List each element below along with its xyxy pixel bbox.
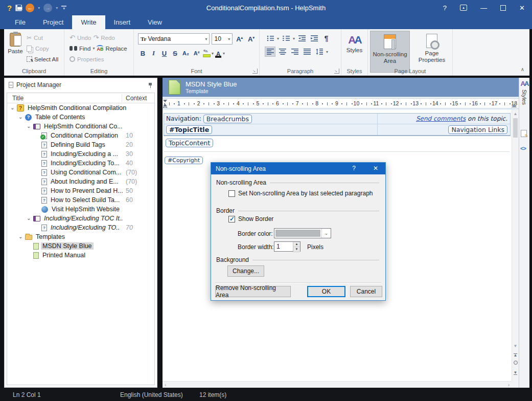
collapse-ribbon-icon[interactable]: ∧: [521, 66, 524, 72]
column-separator[interactable]: [122, 94, 122, 102]
show-border-checkbox-row[interactable]: Show Border: [228, 215, 273, 222]
tree-item[interactable]: ⌄HelpSmith Conditional Co...: [7, 122, 154, 131]
minimize-button[interactable]: —: [480, 4, 487, 12]
customize-qat-icon[interactable]: ▾: [61, 6, 66, 10]
font-dialog-launcher-icon[interactable]: ↘: [252, 69, 258, 74]
find-button[interactable]: Find▾: [70, 43, 95, 54]
vertical-scrollbar[interactable]: ▲ ▼ ▲ ▼: [512, 110, 519, 381]
border-color-dropdown[interactable]: ⌄: [274, 228, 331, 238]
scroll-up-icon[interactable]: ▲: [512, 112, 519, 116]
tab-file[interactable]: File: [6, 15, 34, 29]
maximize-button[interactable]: [500, 5, 506, 11]
collapse-chevron-icon[interactable]: ⌄: [18, 115, 25, 120]
tree-item[interactable]: ⌄Templates: [7, 232, 154, 241]
tab-insert[interactable]: Insert: [105, 15, 140, 29]
set-by-paragraph-checkbox-row[interactable]: Set Non-scrolling Area by last selected …: [228, 190, 373, 197]
dialog-title-bar[interactable]: Non-scrolling Area ? ✕: [211, 163, 385, 174]
subscript-button[interactable]: A₂: [181, 48, 191, 58]
select-browse-object-button[interactable]: [512, 361, 519, 366]
tree-item[interactable]: ⌄?Table of Contents: [7, 113, 154, 122]
hanging-indent-marker[interactable]: [163, 104, 167, 106]
breadcrumbs-field[interactable]: Breadcrumbs: [203, 115, 252, 123]
column-context[interactable]: Context: [126, 95, 147, 102]
scroll-left-icon[interactable]: ‹: [165, 382, 166, 388]
tree-item[interactable]: ?Including/Excluding To...40: [7, 159, 154, 168]
tree-item[interactable]: ?About Including and E...(70): [7, 177, 154, 186]
font-color-icon[interactable]: A: [215, 49, 222, 58]
ok-button[interactable]: OK: [307, 286, 345, 297]
right-indent-marker[interactable]: [512, 104, 517, 107]
cancel-button[interactable]: Cancel: [350, 286, 382, 297]
tree-item[interactable]: MSDN Style Blue: [7, 241, 154, 251]
chevron-down-icon[interactable]: ⌄: [321, 229, 331, 238]
column-title[interactable]: Title: [12, 95, 24, 102]
tree-item[interactable]: Printed Manual: [7, 251, 154, 260]
tree-item[interactable]: ?Including/Excluding a ...30: [7, 149, 154, 159]
scrollbar-thumb[interactable]: [513, 118, 518, 138]
non-scrolling-area-button[interactable]: Non-scrolling Area: [370, 31, 410, 73]
undo-dropdown-icon[interactable]: ▾: [38, 6, 40, 10]
collapse-chevron-icon[interactable]: ⌄: [10, 105, 16, 110]
bold-button[interactable]: B: [138, 48, 148, 58]
ribbon-display-options-icon[interactable]: ▴: [460, 5, 467, 11]
shrink-font-button[interactable]: A▾: [246, 35, 256, 43]
html-code-icon[interactable]: <>: [520, 145, 526, 151]
tree-item[interactable]: ?Defining Build Tags20: [7, 140, 154, 149]
spin-down-icon[interactable]: ▼: [293, 247, 300, 252]
tab-project[interactable]: Project: [34, 15, 72, 29]
tree-item[interactable]: ?How to Select Build Ta...60: [7, 195, 154, 205]
undo-icon[interactable]: ←: [26, 4, 34, 12]
help-button[interactable]: ?: [443, 4, 447, 12]
collapse-chevron-icon[interactable]: ⌄: [27, 216, 33, 221]
border-width-spinner[interactable]: 1 ▲▼: [274, 241, 300, 252]
collapse-chevron-icon[interactable]: ⌄: [18, 234, 25, 239]
paragraph-dialog-launcher-icon[interactable]: ↘: [334, 69, 339, 74]
tree-column-header[interactable]: Title Context: [7, 93, 154, 103]
pin-icon[interactable]: [148, 82, 153, 88]
send-comments-link[interactable]: Send comments: [416, 115, 466, 122]
strikethrough-button[interactable]: S: [170, 48, 180, 58]
select-all-button[interactable]: Select All: [27, 54, 58, 64]
line-spacing-button[interactable]: [314, 47, 325, 57]
change-button[interactable]: Change...: [227, 265, 264, 277]
tab-view[interactable]: View: [139, 15, 171, 29]
find-dropdown-icon[interactable]: ▾: [92, 46, 95, 51]
tree-item[interactable]: ⌄?HelpSmith Conditional Compilation: [7, 103, 154, 113]
dialog-close-button[interactable]: ✕: [373, 165, 378, 172]
superscript-button[interactable]: A²: [192, 48, 201, 58]
styles-side-tab[interactable]: AA Styles: [519, 80, 529, 105]
first-line-indent-marker[interactable]: [163, 100, 167, 102]
align-right-button[interactable]: [289, 47, 300, 57]
align-center-button[interactable]: [277, 47, 288, 57]
border-width-value[interactable]: 1: [274, 242, 293, 251]
horizontal-scrollbar[interactable]: ‹ ›: [163, 381, 512, 388]
tab-write[interactable]: Write: [72, 15, 105, 29]
save-icon[interactable]: [15, 5, 22, 11]
increase-indent-button[interactable]: [309, 33, 319, 43]
topic-annotations-icon[interactable]: [521, 130, 527, 137]
navigation-links-field[interactable]: Navigation Links: [448, 125, 507, 134]
collapse-chevron-icon[interactable]: ⌄: [27, 124, 33, 129]
show-formatting-button[interactable]: ¶: [321, 33, 332, 43]
browse-previous-button[interactable]: ▲: [512, 352, 519, 358]
numbered-dropdown-icon[interactable]: ▾: [293, 36, 295, 41]
remove-non-scrolling-area-button[interactable]: Remove Non-scrolling Area: [215, 286, 291, 297]
tree-item[interactable]: Visit HelpSmith Website: [7, 205, 154, 214]
language-indicator[interactable]: English (United States): [120, 391, 183, 398]
justify-button[interactable]: [302, 47, 312, 57]
numbered-list-button[interactable]: [281, 33, 291, 43]
scroll-down-icon[interactable]: ▼: [512, 344, 519, 348]
tree-item[interactable]: ?Including/Excluding TO..70: [7, 223, 154, 232]
font-size-combo[interactable]: 10 ▾: [212, 33, 233, 44]
topic-content-field[interactable]: TopicContent: [166, 139, 213, 147]
tree-item[interactable]: ?How to Prevent Dead H...50: [7, 186, 154, 195]
bullet-dropdown-icon[interactable]: ▾: [277, 36, 279, 41]
font-name-combo[interactable]: Tr Verdana ▾: [138, 33, 210, 44]
styles-button[interactable]: AA Styles: [341, 29, 367, 53]
spin-up-icon[interactable]: ▲: [293, 242, 300, 247]
decrease-indent-button[interactable]: [296, 33, 307, 43]
tree-item[interactable]: ✓Conditional Compilation10: [7, 131, 154, 140]
font-color-dropdown-icon[interactable]: ▾: [223, 51, 225, 56]
bullet-list-button[interactable]: [265, 33, 275, 43]
copyright-field[interactable]: #Copyright: [165, 157, 203, 164]
